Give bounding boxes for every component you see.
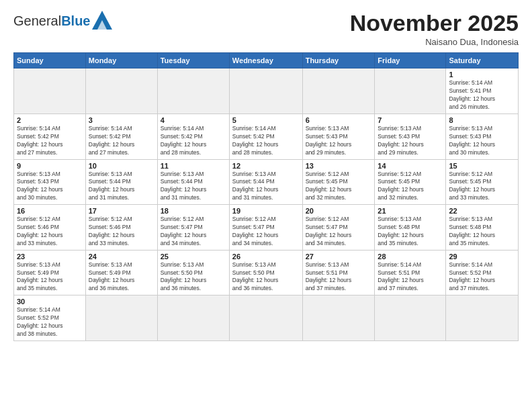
subtitle: Naisano Dua, Indonesia bbox=[350, 37, 519, 47]
logo: GeneralBlue bbox=[13, 11, 112, 31]
day-info: Sunrise: 5:12 AM Sunset: 5:47 PM Dayligh… bbox=[161, 216, 226, 248]
day-cell: 4Sunrise: 5:14 AM Sunset: 5:42 PM Daylig… bbox=[157, 113, 229, 159]
day-number: 12 bbox=[232, 162, 300, 170]
week-row-4: 23Sunrise: 5:13 AM Sunset: 5:49 PM Dayli… bbox=[14, 250, 519, 295]
day-number: 25 bbox=[161, 253, 226, 261]
day-info: Sunrise: 5:13 AM Sunset: 5:43 PM Dayligh… bbox=[449, 125, 515, 157]
day-info: Sunrise: 5:13 AM Sunset: 5:48 PM Dayligh… bbox=[449, 216, 515, 248]
day-info: Sunrise: 5:14 AM Sunset: 5:52 PM Dayligh… bbox=[17, 306, 83, 338]
month-title: November 2025 bbox=[350, 11, 519, 36]
day-cell bbox=[302, 68, 375, 114]
week-row-5: 30Sunrise: 5:14 AM Sunset: 5:52 PM Dayli… bbox=[14, 295, 519, 341]
day-cell bbox=[375, 295, 446, 341]
week-row-0: 1Sunrise: 5:14 AM Sunset: 5:41 PM Daylig… bbox=[14, 68, 519, 114]
day-cell: 30Sunrise: 5:14 AM Sunset: 5:52 PM Dayli… bbox=[14, 295, 86, 341]
day-number: 10 bbox=[89, 162, 154, 170]
day-info: Sunrise: 5:12 AM Sunset: 5:45 PM Dayligh… bbox=[306, 171, 372, 203]
page: GeneralBlue November 2025 Naisano Dua, I… bbox=[0, 0, 532, 411]
header-monday: Monday bbox=[85, 53, 157, 68]
day-number: 1 bbox=[449, 71, 515, 79]
day-cell: 10Sunrise: 5:13 AM Sunset: 5:44 PM Dayli… bbox=[85, 159, 157, 205]
day-cell: 23Sunrise: 5:13 AM Sunset: 5:49 PM Dayli… bbox=[14, 250, 86, 295]
day-number: 4 bbox=[161, 116, 226, 124]
day-cell: 24Sunrise: 5:13 AM Sunset: 5:49 PM Dayli… bbox=[85, 250, 157, 295]
day-info: Sunrise: 5:14 AM Sunset: 5:52 PM Dayligh… bbox=[449, 261, 515, 293]
day-cell: 16Sunrise: 5:12 AM Sunset: 5:46 PM Dayli… bbox=[14, 205, 86, 250]
day-info: Sunrise: 5:13 AM Sunset: 5:43 PM Dayligh… bbox=[17, 171, 83, 203]
day-number: 19 bbox=[232, 207, 300, 215]
day-cell: 25Sunrise: 5:13 AM Sunset: 5:50 PM Dayli… bbox=[157, 250, 229, 295]
day-number: 11 bbox=[161, 162, 226, 170]
day-info: Sunrise: 5:12 AM Sunset: 5:46 PM Dayligh… bbox=[89, 216, 154, 248]
day-number: 9 bbox=[17, 162, 83, 170]
day-info: Sunrise: 5:13 AM Sunset: 5:43 PM Dayligh… bbox=[306, 125, 372, 157]
day-cell: 26Sunrise: 5:13 AM Sunset: 5:50 PM Dayli… bbox=[229, 250, 302, 295]
day-info: Sunrise: 5:14 AM Sunset: 5:42 PM Dayligh… bbox=[17, 125, 83, 157]
day-cell: 1Sunrise: 5:14 AM Sunset: 5:41 PM Daylig… bbox=[446, 68, 519, 114]
day-number: 8 bbox=[449, 116, 515, 124]
day-info: Sunrise: 5:13 AM Sunset: 5:44 PM Dayligh… bbox=[161, 171, 226, 203]
day-number: 20 bbox=[306, 207, 372, 215]
header-wednesday: Wednesday bbox=[229, 53, 302, 68]
day-info: Sunrise: 5:13 AM Sunset: 5:49 PM Dayligh… bbox=[17, 261, 83, 293]
day-cell: 7Sunrise: 5:13 AM Sunset: 5:43 PM Daylig… bbox=[375, 113, 446, 159]
day-cell: 22Sunrise: 5:13 AM Sunset: 5:48 PM Dayli… bbox=[446, 205, 519, 250]
header-thursday: Thursday bbox=[302, 53, 375, 68]
day-number: 27 bbox=[306, 253, 372, 261]
day-cell: 28Sunrise: 5:14 AM Sunset: 5:51 PM Dayli… bbox=[375, 250, 446, 295]
day-info: Sunrise: 5:14 AM Sunset: 5:41 PM Dayligh… bbox=[449, 79, 515, 111]
day-number: 18 bbox=[161, 207, 226, 215]
day-number: 14 bbox=[378, 162, 443, 170]
day-cell bbox=[302, 295, 375, 341]
day-info: Sunrise: 5:12 AM Sunset: 5:46 PM Dayligh… bbox=[17, 216, 83, 248]
day-cell: 3Sunrise: 5:14 AM Sunset: 5:42 PM Daylig… bbox=[85, 113, 157, 159]
week-row-3: 16Sunrise: 5:12 AM Sunset: 5:46 PM Dayli… bbox=[14, 205, 519, 250]
day-number: 22 bbox=[449, 207, 515, 215]
day-cell: 19Sunrise: 5:12 AM Sunset: 5:47 PM Dayli… bbox=[229, 205, 302, 250]
day-cell: 12Sunrise: 5:13 AM Sunset: 5:44 PM Dayli… bbox=[229, 159, 302, 205]
day-number: 24 bbox=[89, 253, 154, 261]
day-cell: 13Sunrise: 5:12 AM Sunset: 5:45 PM Dayli… bbox=[302, 159, 375, 205]
day-number: 6 bbox=[306, 116, 372, 124]
day-cell: 2Sunrise: 5:14 AM Sunset: 5:42 PM Daylig… bbox=[14, 113, 86, 159]
day-cell bbox=[446, 295, 519, 341]
day-number: 13 bbox=[306, 162, 372, 170]
day-number: 30 bbox=[17, 298, 83, 306]
header-saturday: Saturday bbox=[446, 53, 519, 68]
week-row-2: 9Sunrise: 5:13 AM Sunset: 5:43 PM Daylig… bbox=[14, 159, 519, 205]
day-cell bbox=[85, 68, 157, 114]
day-cell bbox=[229, 68, 302, 114]
day-cell: 29Sunrise: 5:14 AM Sunset: 5:52 PM Dayli… bbox=[446, 250, 519, 295]
day-cell: 6Sunrise: 5:13 AM Sunset: 5:43 PM Daylig… bbox=[302, 113, 375, 159]
header-tuesday: Tuesday bbox=[157, 53, 229, 68]
day-info: Sunrise: 5:13 AM Sunset: 5:50 PM Dayligh… bbox=[161, 261, 226, 293]
day-cell bbox=[229, 295, 302, 341]
day-number: 15 bbox=[449, 162, 515, 170]
day-info: Sunrise: 5:12 AM Sunset: 5:47 PM Dayligh… bbox=[306, 216, 372, 248]
day-info: Sunrise: 5:14 AM Sunset: 5:42 PM Dayligh… bbox=[161, 125, 226, 157]
week-row-1: 2Sunrise: 5:14 AM Sunset: 5:42 PM Daylig… bbox=[14, 113, 519, 159]
day-cell bbox=[157, 295, 229, 341]
day-info: Sunrise: 5:14 AM Sunset: 5:42 PM Dayligh… bbox=[89, 125, 154, 157]
day-cell bbox=[85, 295, 157, 341]
day-number: 2 bbox=[17, 116, 83, 124]
header: GeneralBlue November 2025 Naisano Dua, I… bbox=[13, 11, 519, 47]
day-number: 3 bbox=[89, 116, 154, 124]
day-number: 7 bbox=[378, 116, 443, 124]
header-sunday: Sunday bbox=[14, 53, 86, 68]
day-info: Sunrise: 5:14 AM Sunset: 5:42 PM Dayligh… bbox=[232, 125, 300, 157]
day-info: Sunrise: 5:13 AM Sunset: 5:49 PM Dayligh… bbox=[89, 261, 154, 293]
logo-icon bbox=[92, 11, 112, 30]
day-info: Sunrise: 5:13 AM Sunset: 5:44 PM Dayligh… bbox=[89, 171, 154, 203]
day-number: 5 bbox=[232, 116, 300, 124]
day-cell bbox=[157, 68, 229, 114]
weekday-header-row: Sunday Monday Tuesday Wednesday Thursday… bbox=[14, 53, 519, 68]
day-cell: 17Sunrise: 5:12 AM Sunset: 5:46 PM Dayli… bbox=[85, 205, 157, 250]
day-number: 16 bbox=[17, 207, 83, 215]
day-cell: 5Sunrise: 5:14 AM Sunset: 5:42 PM Daylig… bbox=[229, 113, 302, 159]
day-cell: 15Sunrise: 5:12 AM Sunset: 5:45 PM Dayli… bbox=[446, 159, 519, 205]
day-cell: 18Sunrise: 5:12 AM Sunset: 5:47 PM Dayli… bbox=[157, 205, 229, 250]
day-cell: 8Sunrise: 5:13 AM Sunset: 5:43 PM Daylig… bbox=[446, 113, 519, 159]
day-cell: 14Sunrise: 5:12 AM Sunset: 5:45 PM Dayli… bbox=[375, 159, 446, 205]
day-info: Sunrise: 5:12 AM Sunset: 5:45 PM Dayligh… bbox=[449, 171, 515, 203]
